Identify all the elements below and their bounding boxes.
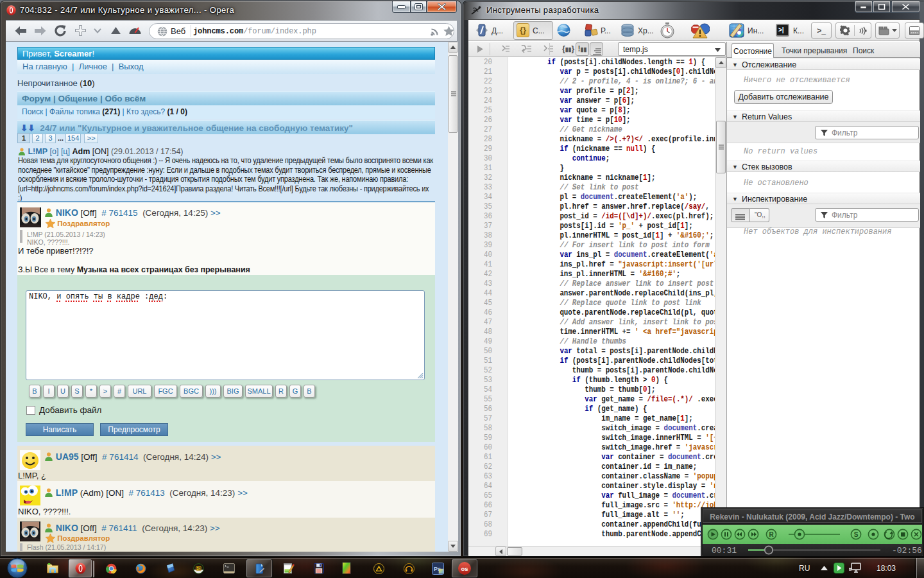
svg-text:os: os (461, 565, 468, 572)
svg-text:S: S (854, 531, 859, 538)
svg-text:HS: HS (196, 566, 201, 570)
svg-text:R: R (769, 531, 774, 538)
